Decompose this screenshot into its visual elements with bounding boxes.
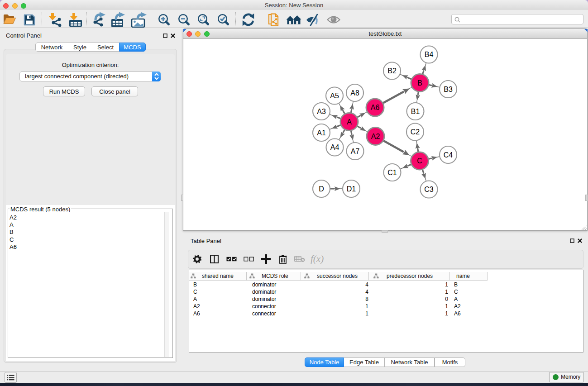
- svg-text:C4: C4: [444, 151, 453, 159]
- svg-text:A5: A5: [330, 92, 339, 100]
- svg-text:B4: B4: [425, 51, 434, 58]
- svg-text:B2: B2: [387, 67, 397, 75]
- svg-text:A1: A1: [317, 129, 326, 137]
- svg-text:A8: A8: [350, 89, 359, 97]
- svg-text:A6: A6: [371, 104, 380, 111]
- svg-text:C2: C2: [411, 128, 420, 136]
- svg-text:B: B: [417, 79, 422, 87]
- svg-text:C: C: [417, 157, 422, 165]
- svg-text:D: D: [319, 185, 324, 193]
- svg-text:B3: B3: [444, 86, 453, 93]
- svg-text:C3: C3: [424, 186, 434, 193]
- svg-text:C1: C1: [387, 169, 397, 176]
- svg-text:B1: B1: [411, 108, 420, 115]
- svg-text:A7: A7: [351, 148, 360, 155]
- svg-text:D1: D1: [347, 185, 356, 193]
- svg-text:A: A: [347, 118, 352, 126]
- svg-text:A4: A4: [330, 143, 339, 151]
- svg-text:A3: A3: [317, 108, 326, 115]
- svg-text:A2: A2: [371, 133, 380, 140]
